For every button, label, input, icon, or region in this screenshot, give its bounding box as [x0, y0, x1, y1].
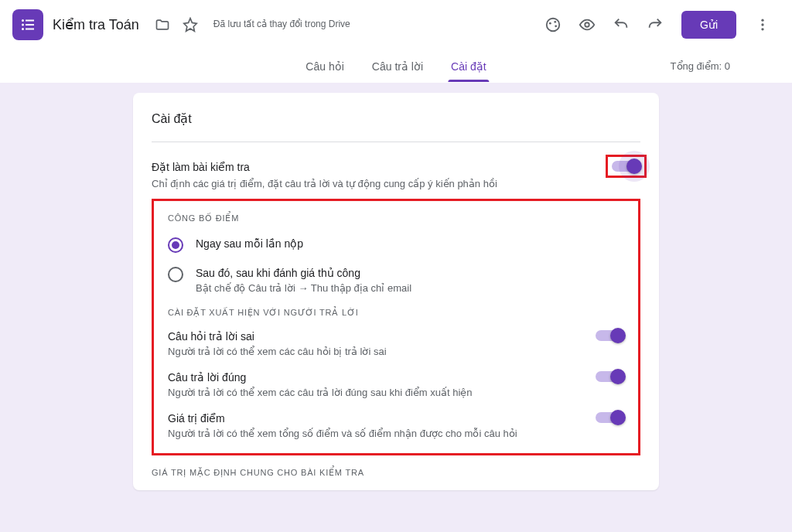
theme-icon[interactable]	[544, 15, 562, 34]
tabs-row: Câu hỏi Câu trả lời Cài đặt Tổng điểm: 0	[0, 49, 792, 84]
svg-rect-2	[22, 24, 24, 26]
star-icon[interactable]	[183, 17, 198, 32]
svg-point-7	[549, 22, 551, 25]
radio-immediately[interactable]	[168, 237, 183, 253]
tab-questions[interactable]: Câu hỏi	[302, 51, 346, 82]
missed-heading: Câu hỏi trả lời sai	[168, 330, 387, 343]
card-title: Cài đặt	[152, 111, 640, 142]
preview-icon[interactable]	[578, 15, 596, 34]
radio-later[interactable]	[168, 267, 183, 282]
form-title[interactable]: Kiểm tra Toán	[53, 16, 139, 33]
tab-settings[interactable]: Cài đặt	[448, 51, 490, 82]
missed-sub: Người trả lời có thể xem các câu hỏi bị …	[168, 346, 387, 357]
points-sub: Người trả lời có thể xem tổng số điểm và…	[168, 428, 517, 439]
correct-sub: Người trả lời có thể xem các câu trả lời…	[168, 387, 473, 398]
svg-rect-5	[26, 29, 34, 30]
correct-heading: Câu trả lời đúng	[168, 371, 473, 384]
missed-toggle[interactable]	[596, 330, 624, 341]
svg-rect-1	[26, 20, 34, 22]
svg-rect-0	[22, 19, 24, 22]
redo-icon[interactable]	[646, 15, 664, 34]
svg-point-9	[555, 25, 557, 27]
forms-logo[interactable]	[12, 9, 43, 40]
quiz-sub: Chỉ định các giá trị điểm, đặt câu trả l…	[152, 178, 497, 189]
quiz-toggle[interactable]	[612, 161, 640, 172]
svg-rect-3	[26, 24, 34, 26]
quiz-heading: Đặt làm bài kiểm tra	[152, 161, 497, 173]
respondent-settings-label: CÀI ĐẶT XUẤT HIỆN VỚI NGƯỜI TRẢ LỜI	[168, 308, 624, 318]
radio-later-sub: Bật chế độ Câu trả lời → Thu thập địa ch…	[196, 282, 411, 294]
quiz-defaults-label: GIÁ TRỊ MẶC ĐỊNH CHUNG CHO BÀI KIỂM TRA	[152, 468, 640, 478]
svg-rect-4	[22, 28, 24, 30]
release-grade-label: CÔNG BỐ ĐIỂM	[168, 213, 624, 223]
tab-responses[interactable]: Câu trả lời	[369, 51, 426, 82]
radio-immediately-label: Ngay sau mỗi lần nộp	[196, 237, 303, 250]
undo-icon[interactable]	[612, 15, 630, 34]
correct-toggle[interactable]	[596, 371, 624, 382]
svg-point-13	[761, 28, 763, 30]
svg-point-12	[761, 23, 763, 26]
app-header: Kiểm tra Toán Đã lưu tất cả thay đổi tro…	[0, 0, 792, 49]
folder-icon[interactable]	[155, 17, 170, 32]
radio-later-label: Sau đó, sau khi đánh giá thủ công	[196, 267, 411, 279]
save-status: Đã lưu tất cả thay đổi trong Drive	[213, 19, 350, 31]
points-toggle[interactable]	[596, 412, 624, 423]
svg-point-11	[761, 19, 763, 22]
more-icon[interactable]	[753, 15, 772, 34]
total-points: Tổng điểm: 0	[671, 60, 730, 72]
svg-point-10	[585, 22, 589, 27]
svg-point-6	[547, 19, 560, 32]
svg-point-8	[554, 21, 556, 23]
send-button[interactable]: Gửi	[681, 11, 736, 39]
points-heading: Giá trị điểm	[168, 412, 517, 425]
settings-card: Cài đặt Đặt làm bài kiểm tra Chỉ định cá…	[133, 93, 659, 490]
highlight-box-large: CÔNG BỐ ĐIỂM Ngay sau mỗi lần nộp Sau đó…	[152, 199, 640, 455]
